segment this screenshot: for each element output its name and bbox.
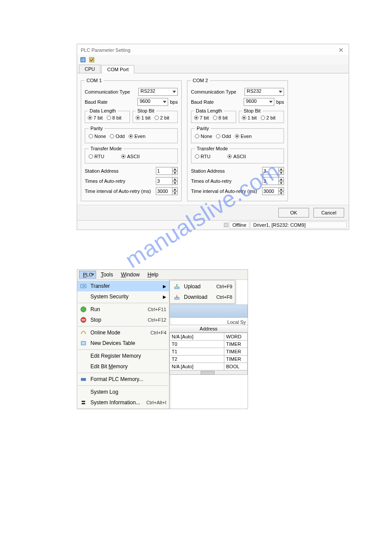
table-row[interactable]: T1TIMER [170, 348, 247, 355]
com1-dl-8bit-radio[interactable]: 8 bit [107, 115, 122, 120]
toolbar-refresh-button[interactable] [79, 56, 87, 64]
com2-parity-even-radio[interactable]: Even [235, 134, 252, 139]
com1-retry-input[interactable] [156, 177, 173, 185]
com1-legend: COM 1 [85, 78, 104, 83]
horizontal-scrollbar[interactable] [170, 370, 247, 374]
com1-stopbit-group: Stop Bit 1 bit 2 bit [133, 108, 178, 123]
table-row[interactable]: T2TIMER [170, 355, 247, 363]
cancel-button[interactable]: Cancel [313, 208, 344, 218]
com2-dl-7bit-radio[interactable]: 7 bit [194, 115, 209, 120]
dialog-toolbar [77, 55, 349, 65]
menu-online-label: Online Mode [90, 330, 120, 336]
menu-new-devices-table[interactable]: New Devices Table [77, 338, 169, 348]
address-cell: T1 [170, 348, 224, 355]
grid-body: N/A [Auto]WORD T0TIMER T1TIMER T2TIMER N… [169, 333, 248, 375]
spinner-arrows-icon[interactable]: ▲▼ [279, 187, 284, 195]
ok-button[interactable]: OK [278, 208, 309, 218]
com2-sb-1bit-radio[interactable]: 1 bit [242, 115, 257, 120]
com1-parity-odd-radio[interactable]: Odd [110, 134, 125, 139]
com1-sb-1bit-radio[interactable]: 1 bit [136, 115, 151, 120]
radio-dot-icon [194, 116, 198, 120]
com2-sb-2bit-radio[interactable]: 2 bit [261, 115, 276, 120]
radio-dot-icon [235, 134, 239, 138]
download-icon [173, 294, 181, 300]
svg-rect-8 [82, 401, 85, 402]
menu-edit-register-memory[interactable]: Edit Register Memory [77, 351, 169, 361]
com1-station-input[interactable] [156, 167, 173, 175]
com1-parity-none-radio[interactable]: None [89, 134, 106, 139]
menu-system-info-shortcut: Ctrl+Alt+I [146, 400, 166, 405]
menu-format-plc-memory[interactable]: Format PLC Memory... [77, 374, 169, 385]
menu-stop-label: Stop [90, 317, 101, 323]
com1-transfer-rtu-radio[interactable]: RTU [89, 154, 104, 159]
dialog-body: COM 1 Communication Type RS232 Baud Rate… [77, 73, 349, 205]
menu-run[interactable]: Run Ctrl+F11 [77, 304, 169, 315]
dialog-title: PLC Parameter Setting [81, 47, 130, 53]
com2-transfer-rtu-radio[interactable]: RTU [195, 154, 210, 159]
menu-system-information[interactable]: System Information... Ctrl+Alt+I [77, 397, 169, 408]
radio-dot-icon [88, 116, 92, 120]
menu-stop[interactable]: Stop Ctrl+F12 [77, 315, 169, 325]
com1-commtype-select[interactable]: RS232 [138, 88, 178, 96]
info-icon [79, 399, 88, 406]
com2-baud-select[interactable]: 9600 [244, 98, 274, 106]
table-row[interactable]: N/A [Auto]WORD [170, 333, 247, 340]
com2-parity-odd-radio[interactable]: Odd [216, 134, 231, 139]
spinner-arrows-icon[interactable]: ▲▼ [173, 187, 178, 195]
menubar-plc[interactable]: PLC [79, 271, 96, 279]
com2-commtype-select[interactable]: RS232 [245, 88, 284, 96]
menu-system-security[interactable]: System Security ▶ [77, 291, 169, 302]
menu-stop-shortcut: Ctrl+F12 [148, 317, 167, 323]
com1-baud-select[interactable]: 9600 [137, 98, 168, 106]
svg-point-3 [81, 307, 86, 312]
spinner-arrows-icon[interactable]: ▲▼ [173, 167, 178, 175]
transfer-flyout: Upload Ctrl+F9 Download Ctrl+F8 [169, 280, 235, 304]
com2-dl-8bit-radio[interactable]: 8 bit [213, 115, 228, 120]
com2-transfer-ascii-radio[interactable]: ASCII [227, 154, 246, 159]
com2-retry-input[interactable] [262, 177, 279, 185]
com2-retryms-input[interactable] [262, 187, 279, 195]
com1-dl-7bit-radio[interactable]: 7 bit [88, 115, 103, 120]
apply-icon [89, 57, 95, 63]
com2-station-spinner[interactable]: ▲▼ [262, 167, 284, 175]
tab-cpu[interactable]: CPU [79, 65, 101, 73]
com2-retryms-spinner[interactable]: ▲▼ [262, 187, 284, 195]
com2-station-input[interactable] [262, 167, 279, 175]
com1-retryms-spinner[interactable]: ▲▼ [156, 187, 178, 195]
com1-retry-spinner[interactable]: ▲▼ [156, 177, 178, 185]
close-button[interactable]: ✕ [336, 46, 346, 54]
radio-dot-icon [89, 154, 93, 159]
menu-system-log[interactable]: System Log [77, 387, 169, 397]
com1-parity-legend: Parity [89, 126, 104, 131]
com1-station-spinner[interactable]: ▲▼ [156, 167, 178, 175]
menubar-window[interactable]: Window [117, 271, 143, 279]
menu-online-mode[interactable]: Online Mode Ctrl+F4 [77, 327, 169, 338]
toolbar-apply-button[interactable] [88, 56, 96, 64]
radio-dot-icon [121, 154, 126, 159]
com1-sb-2bit-radio[interactable]: 2 bit [155, 115, 169, 120]
flyout-download[interactable]: Download Ctrl+F8 [170, 292, 235, 302]
menu-transfer[interactable]: Transfer ▶ [77, 281, 169, 291]
com1-datalength-legend: Data Length [88, 108, 118, 113]
com2-datalength-group: Data Length 7 bit 8 bit [191, 108, 236, 123]
spinner-arrows-icon[interactable]: ▲▼ [279, 177, 284, 185]
tabs-row: CPU COM Port [77, 65, 349, 73]
menubar-tools[interactable]: Tools [97, 271, 116, 279]
flyout-upload[interactable]: Upload Ctrl+F9 [170, 281, 235, 292]
com1-transfer-group: Transfer Mode RTU ASCII [85, 146, 178, 163]
menu-system-security-label: System Security [90, 294, 129, 300]
spinner-arrows-icon[interactable]: ▲▼ [279, 167, 284, 175]
menubar-help[interactable]: Help [144, 271, 162, 279]
spinner-arrows-icon[interactable]: ▲▼ [173, 177, 178, 185]
plc-parameter-dialog: PLC Parameter Setting ✕ CPU COM Port COM… [77, 44, 349, 230]
com2-retry-spinner[interactable]: ▲▼ [262, 177, 284, 185]
menu-separator [78, 385, 168, 386]
com1-parity-even-radio[interactable]: Even [129, 134, 145, 139]
com1-retryms-input[interactable] [156, 187, 173, 195]
table-row[interactable]: T0TIMER [170, 340, 247, 348]
com2-parity-none-radio[interactable]: None [195, 134, 212, 139]
tab-com-port[interactable]: COM Port [101, 65, 134, 73]
com1-transfer-ascii-radio[interactable]: ASCII [121, 154, 140, 159]
table-row[interactable]: N/A [Auto]BOOL [170, 363, 247, 370]
menu-edit-bit-memory[interactable]: Edit Bit Memory [77, 361, 169, 372]
